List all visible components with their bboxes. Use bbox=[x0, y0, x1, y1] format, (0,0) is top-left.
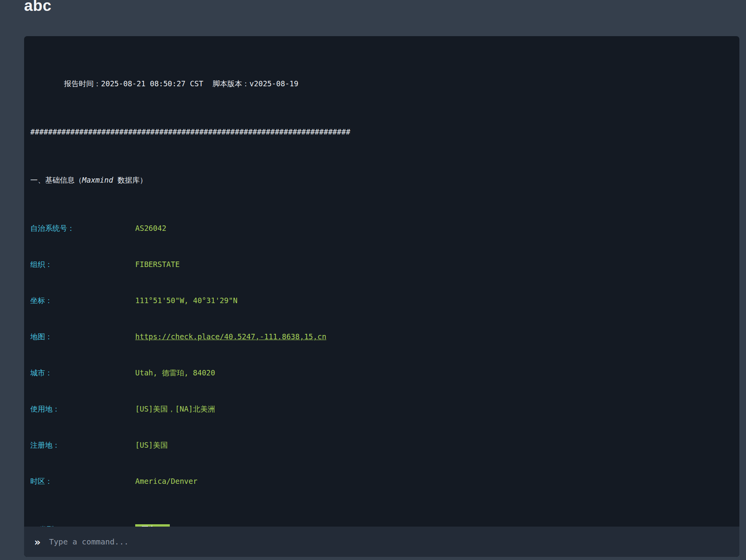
script-version-label: 脚本版本： bbox=[213, 78, 249, 90]
field-row-timezone: 时区：America/Denver bbox=[30, 475, 733, 487]
prompt-icon: » bbox=[34, 537, 40, 547]
field-row-asn: 自治系统号：AS26042 bbox=[30, 222, 733, 234]
script-version-value: v2025-08-19 bbox=[249, 78, 298, 90]
map-link[interactable]: https://check.place/40.5247,-111.8638,15… bbox=[135, 331, 326, 343]
field-row-usage-location: 使用地：[US]美国，[NA]北美洲 bbox=[30, 403, 733, 415]
maxmind-label: Maxmind bbox=[82, 174, 113, 186]
command-bar: » bbox=[24, 527, 739, 557]
field-row-city: 城市：Utah, 德雷珀, 84020 bbox=[30, 367, 733, 379]
separator-line: ########################################… bbox=[30, 126, 733, 138]
report-time-label: 报告时间： bbox=[64, 78, 101, 90]
terminal-output: 报告时间：2025-08-21 08:50:27 CST脚本版本：v2025-0… bbox=[24, 36, 739, 527]
field-row-coords: 坐标：111°51'50"W, 40°31'29"N bbox=[30, 295, 733, 307]
section1-heading: 一、基础信息（Maxmind 数据库） bbox=[30, 174, 733, 186]
field-row-map: 地图：https://check.place/40.5247,-111.8638… bbox=[30, 331, 733, 343]
report-time-value: 2025-08-21 08:50:27 CST bbox=[101, 78, 203, 90]
terminal-panel: 报告时间：2025-08-21 08:50:27 CST脚本版本：v2025-0… bbox=[24, 36, 739, 557]
field-row-org: 组织：FIBERSTATE bbox=[30, 258, 733, 270]
report-header-line: 报告时间：2025-08-21 08:50:27 CST脚本版本：v2025-0… bbox=[30, 78, 733, 90]
page-title: abc bbox=[24, 0, 51, 14]
field-row-registered-location: 注册地：[US]美国 bbox=[30, 439, 733, 451]
command-input[interactable] bbox=[48, 537, 729, 547]
